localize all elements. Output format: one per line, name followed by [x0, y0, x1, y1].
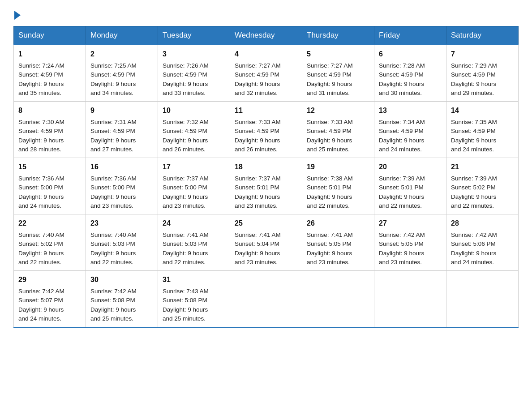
calendar-week-row: 15Sunrise: 7:36 AMSunset: 5:00 PMDayligh… [14, 158, 519, 214]
day-number: 29 [18, 274, 81, 285]
day-number: 13 [379, 105, 442, 116]
calendar-cell: 1Sunrise: 7:24 AMSunset: 4:59 PMDaylight… [14, 45, 86, 102]
sun-info: Sunrise: 7:28 AMSunset: 4:59 PMDaylight:… [379, 62, 425, 96]
day-number: 30 [90, 274, 153, 285]
calendar-cell [446, 271, 519, 328]
calendar-cell: 7Sunrise: 7:29 AMSunset: 4:59 PMDaylight… [446, 45, 519, 102]
calendar-cell: 4Sunrise: 7:27 AMSunset: 4:59 PMDaylight… [230, 45, 302, 102]
calendar-cell [302, 271, 374, 328]
calendar-day-header: Sunday [14, 26, 86, 45]
day-number: 8 [18, 105, 81, 116]
calendar-cell: 28Sunrise: 7:42 AMSunset: 5:06 PMDayligh… [446, 214, 519, 271]
calendar-cell: 31Sunrise: 7:43 AMSunset: 5:08 PMDayligh… [158, 271, 230, 328]
sun-info: Sunrise: 7:42 AMSunset: 5:06 PMDaylight:… [451, 231, 497, 265]
day-number: 5 [307, 49, 369, 60]
calendar-day-header: Friday [374, 26, 446, 45]
sun-info: Sunrise: 7:30 AMSunset: 4:59 PMDaylight:… [18, 119, 64, 153]
day-number: 1 [18, 49, 81, 60]
day-number: 19 [307, 162, 369, 172]
sun-info: Sunrise: 7:26 AMSunset: 4:59 PMDaylight:… [163, 62, 209, 96]
sun-info: Sunrise: 7:39 AMSunset: 5:02 PMDaylight:… [451, 175, 497, 209]
calendar-cell: 5Sunrise: 7:27 AMSunset: 4:59 PMDaylight… [302, 45, 374, 102]
logo-arrow-icon [14, 11, 21, 20]
day-number: 4 [235, 49, 297, 60]
day-number: 31 [163, 274, 225, 285]
day-number: 22 [18, 218, 81, 229]
sun-info: Sunrise: 7:27 AMSunset: 4:59 PMDaylight:… [307, 62, 353, 96]
sun-info: Sunrise: 7:36 AMSunset: 5:00 PMDaylight:… [90, 175, 137, 209]
sun-info: Sunrise: 7:36 AMSunset: 5:00 PMDaylight:… [18, 175, 64, 209]
day-number: 24 [163, 218, 225, 229]
calendar-cell: 25Sunrise: 7:41 AMSunset: 5:04 PMDayligh… [230, 214, 302, 271]
sun-info: Sunrise: 7:35 AMSunset: 4:59 PMDaylight:… [451, 119, 497, 153]
calendar-cell: 3Sunrise: 7:26 AMSunset: 4:59 PMDaylight… [158, 45, 230, 102]
calendar-cell: 12Sunrise: 7:33 AMSunset: 4:59 PMDayligh… [302, 102, 374, 158]
sun-info: Sunrise: 7:39 AMSunset: 5:01 PMDaylight:… [379, 175, 425, 209]
calendar-cell: 11Sunrise: 7:33 AMSunset: 4:59 PMDayligh… [230, 102, 302, 158]
day-number: 14 [451, 105, 514, 116]
day-number: 16 [90, 162, 153, 172]
sun-info: Sunrise: 7:41 AMSunset: 5:05 PMDaylight:… [307, 231, 353, 265]
sun-info: Sunrise: 7:37 AMSunset: 5:01 PMDaylight:… [235, 175, 281, 209]
calendar-cell: 30Sunrise: 7:42 AMSunset: 5:08 PMDayligh… [86, 271, 158, 328]
sun-info: Sunrise: 7:27 AMSunset: 4:59 PMDaylight:… [235, 62, 281, 96]
sun-info: Sunrise: 7:34 AMSunset: 4:59 PMDaylight:… [379, 119, 425, 153]
sun-info: Sunrise: 7:33 AMSunset: 4:59 PMDaylight:… [235, 119, 281, 153]
sun-info: Sunrise: 7:41 AMSunset: 5:04 PMDaylight:… [235, 231, 281, 265]
day-number: 2 [90, 49, 153, 60]
day-number: 6 [379, 49, 442, 60]
sun-info: Sunrise: 7:42 AMSunset: 5:08 PMDaylight:… [90, 288, 137, 322]
calendar-cell: 24Sunrise: 7:41 AMSunset: 5:03 PMDayligh… [158, 214, 230, 271]
calendar-cell: 23Sunrise: 7:40 AMSunset: 5:03 PMDayligh… [86, 214, 158, 271]
day-number: 7 [451, 49, 514, 60]
day-number: 15 [18, 162, 81, 172]
calendar-day-header: Monday [86, 26, 158, 45]
day-number: 3 [163, 49, 225, 60]
sun-info: Sunrise: 7:42 AMSunset: 5:07 PMDaylight:… [18, 288, 64, 322]
day-number: 9 [90, 105, 153, 116]
day-number: 12 [307, 105, 369, 116]
day-number: 25 [235, 218, 297, 229]
day-number: 18 [235, 162, 297, 172]
calendar-header-row: SundayMondayTuesdayWednesdayThursdayFrid… [14, 26, 519, 45]
logo [13, 9, 21, 18]
calendar-cell: 26Sunrise: 7:41 AMSunset: 5:05 PMDayligh… [302, 214, 374, 271]
sun-info: Sunrise: 7:25 AMSunset: 4:59 PMDaylight:… [90, 62, 137, 96]
sun-info: Sunrise: 7:31 AMSunset: 4:59 PMDaylight:… [90, 119, 137, 153]
sun-info: Sunrise: 7:37 AMSunset: 5:00 PMDaylight:… [163, 175, 209, 209]
calendar-cell: 8Sunrise: 7:30 AMSunset: 4:59 PMDaylight… [14, 102, 86, 158]
day-number: 27 [379, 218, 442, 229]
day-number: 17 [163, 162, 225, 172]
calendar-cell: 9Sunrise: 7:31 AMSunset: 4:59 PMDaylight… [86, 102, 158, 158]
calendar-cell: 19Sunrise: 7:38 AMSunset: 5:01 PMDayligh… [302, 158, 374, 214]
day-number: 28 [451, 218, 514, 229]
calendar-cell: 14Sunrise: 7:35 AMSunset: 4:59 PMDayligh… [446, 102, 519, 158]
day-number: 26 [307, 218, 369, 229]
calendar-cell: 2Sunrise: 7:25 AMSunset: 4:59 PMDaylight… [86, 45, 158, 102]
calendar-cell: 10Sunrise: 7:32 AMSunset: 4:59 PMDayligh… [158, 102, 230, 158]
calendar-cell: 6Sunrise: 7:28 AMSunset: 4:59 PMDaylight… [374, 45, 446, 102]
day-number: 10 [163, 105, 225, 116]
calendar-cell [230, 271, 302, 328]
calendar-cell: 16Sunrise: 7:36 AMSunset: 5:00 PMDayligh… [86, 158, 158, 214]
calendar-day-header: Wednesday [230, 26, 302, 45]
calendar-week-row: 22Sunrise: 7:40 AMSunset: 5:02 PMDayligh… [14, 214, 519, 271]
sun-info: Sunrise: 7:38 AMSunset: 5:01 PMDaylight:… [307, 175, 353, 209]
calendar-day-header: Tuesday [158, 26, 230, 45]
sun-info: Sunrise: 7:41 AMSunset: 5:03 PMDaylight:… [163, 231, 209, 265]
day-number: 23 [90, 218, 153, 229]
calendar-week-row: 29Sunrise: 7:42 AMSunset: 5:07 PMDayligh… [14, 271, 519, 328]
day-number: 11 [235, 105, 297, 116]
calendar-cell: 21Sunrise: 7:39 AMSunset: 5:02 PMDayligh… [446, 158, 519, 214]
calendar-cell: 13Sunrise: 7:34 AMSunset: 4:59 PMDayligh… [374, 102, 446, 158]
day-number: 21 [451, 162, 514, 172]
calendar-table: SundayMondayTuesdayWednesdayThursdayFrid… [13, 26, 519, 328]
calendar-cell: 27Sunrise: 7:42 AMSunset: 5:05 PMDayligh… [374, 214, 446, 271]
calendar-week-row: 1Sunrise: 7:24 AMSunset: 4:59 PMDaylight… [14, 45, 519, 102]
calendar-cell: 20Sunrise: 7:39 AMSunset: 5:01 PMDayligh… [374, 158, 446, 214]
calendar-cell: 17Sunrise: 7:37 AMSunset: 5:00 PMDayligh… [158, 158, 230, 214]
calendar-cell: 18Sunrise: 7:37 AMSunset: 5:01 PMDayligh… [230, 158, 302, 214]
calendar-cell: 29Sunrise: 7:42 AMSunset: 5:07 PMDayligh… [14, 271, 86, 328]
sun-info: Sunrise: 7:40 AMSunset: 5:03 PMDaylight:… [90, 231, 137, 265]
sun-info: Sunrise: 7:29 AMSunset: 4:59 PMDaylight:… [451, 62, 497, 96]
